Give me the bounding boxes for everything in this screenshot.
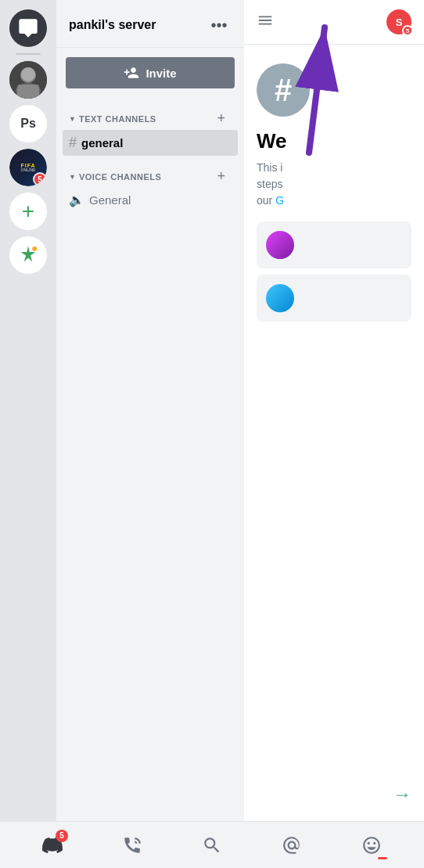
header-badge: 5 [402, 25, 413, 36]
sidebar-item-ps-server[interactable]: Ps [9, 105, 47, 142]
more-icon: ••• [210, 16, 227, 34]
invite-icon [124, 65, 139, 81]
speaker-icon: 🔈 [69, 193, 84, 207]
sidebar-item-discover[interactable] [9, 236, 47, 274]
bottom-nav-mention[interactable] [275, 828, 309, 863]
bottom-nav-emoji[interactable] [354, 828, 389, 863]
ps-label: Ps [20, 117, 36, 131]
channel-sidebar: pankil's server ••• Invite ▼ TEXT CHANNE… [56, 0, 244, 868]
text-channels-header[interactable]: ▼ TEXT CHANNELS + [63, 98, 238, 130]
arrow-right-icon[interactable]: → [393, 783, 411, 805]
voice-collapse-icon: ▼ [69, 173, 76, 181]
hamburger-icon[interactable] [257, 12, 274, 33]
voice-channels-section: ▼ VOICE CHANNELS + 🔈 General [56, 156, 244, 212]
text-channels-label: TEXT CHANNELS [79, 114, 217, 124]
server-header: pankil's server ••• [56, 0, 244, 48]
invite-button[interactable]: Invite [66, 57, 235, 88]
voice-channels-add-icon[interactable]: + [217, 168, 225, 185]
fifa-text: FIFA ONLINE [20, 163, 35, 172]
voice-channels-label: VOICE CHANNELS [79, 172, 217, 182]
server-sidebar: Ps FIFA ONLINE 5 + [0, 0, 56, 868]
general-voice-channel-name: General [89, 193, 131, 207]
bottom-nav-search[interactable] [195, 828, 229, 863]
welcome-buttons [257, 222, 411, 322]
welcome-title: We [257, 129, 287, 153]
phone-icon [122, 835, 142, 855]
welcome-desc: This istepsour G [257, 160, 284, 209]
sidebar-item-dm[interactable] [9, 9, 47, 47]
svg-point-7 [32, 247, 37, 251]
sidebar-item-photo-server[interactable] [9, 61, 47, 99]
welcome-btn-icon-1 [266, 231, 294, 259]
discord-badge: 5 [56, 830, 68, 842]
text-channels-section: ▼ TEXT CHANNELS + # general [56, 98, 244, 156]
search-icon [202, 835, 222, 855]
channel-item-general-voice[interactable]: 🔈 General [63, 188, 238, 212]
svg-rect-4 [17, 85, 39, 99]
channel-item-general-text[interactable]: # general [63, 130, 238, 156]
emoji-badge-minus [378, 857, 387, 859]
server-divider [16, 53, 41, 55]
bottom-nav-discord[interactable]: 5 [35, 828, 70, 863]
welcome-btn-icon-2 [266, 284, 294, 312]
hash-icon: # [69, 135, 77, 151]
emoji-icon [361, 835, 382, 855]
more-options-button[interactable]: ••• [207, 13, 232, 38]
bottom-nav-call[interactable] [115, 828, 149, 863]
welcome-area: # We This istepsour G → [244, 45, 424, 868]
at-icon [282, 835, 302, 855]
welcome-btn-2[interactable] [257, 275, 411, 322]
general-text-channel-name: general [81, 136, 123, 149]
app-container: Ps FIFA ONLINE 5 + [0, 0, 424, 868]
sidebar-item-fifa-server[interactable]: FIFA ONLINE 5 [9, 149, 47, 186]
text-channels-add-icon[interactable]: + [217, 110, 225, 127]
svg-point-3 [21, 67, 35, 81]
hash-symbol: # [275, 73, 292, 108]
header-avatar: S 5 [386, 9, 411, 34]
welcome-link[interactable]: G [275, 194, 284, 207]
bottom-nav: 5 [0, 821, 424, 868]
main-content: S 5 # We This istepsour G [244, 0, 424, 868]
server-name: pankil's server [69, 18, 156, 32]
text-collapse-icon: ▼ [69, 115, 76, 123]
welcome-btn-1[interactable] [257, 222, 411, 268]
add-icon: + [22, 200, 34, 222]
sidebar-item-add-server[interactable]: + [9, 193, 47, 230]
voice-channels-header[interactable]: ▼ VOICE CHANNELS + [63, 156, 238, 188]
main-header: S 5 [244, 0, 424, 45]
invite-label: Invite [146, 67, 176, 80]
fifa-badge: 5 [33, 172, 47, 186]
welcome-hash-icon: # [257, 63, 310, 117]
